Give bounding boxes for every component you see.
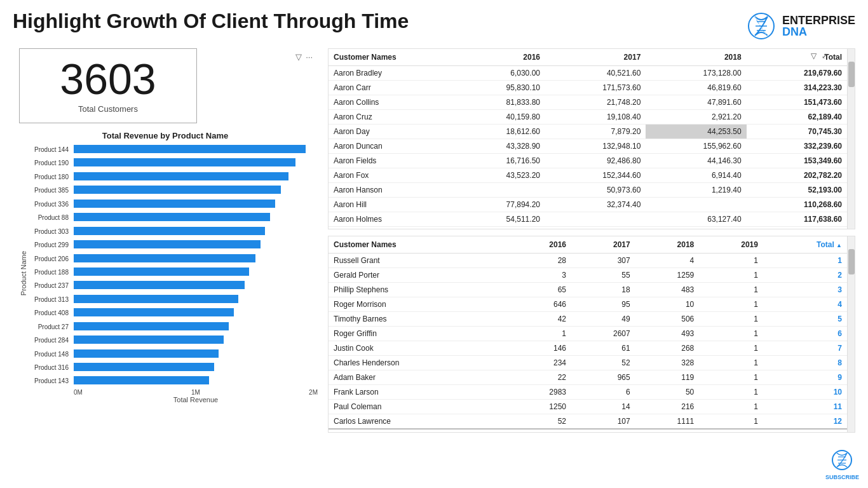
- table2-row[interactable]: Gerald Porter355125912: [329, 268, 847, 283]
- table2-cell-name: Russell Grant: [329, 254, 507, 268]
- table2-row[interactable]: Russell Grant28307411: [329, 254, 847, 268]
- bar-row-12[interactable]: [74, 307, 318, 318]
- bar-row-16[interactable]: [74, 362, 318, 373]
- table1-cell-total: 110,268.60: [747, 198, 847, 212]
- bar-fill-16: [74, 363, 214, 371]
- bar-row-9[interactable]: [74, 266, 318, 277]
- table2-cell-c2019: 1: [699, 341, 763, 356]
- table1-cell-c2016: [445, 183, 545, 198]
- table2-row[interactable]: Timothy Barnes424950615: [329, 312, 847, 327]
- table1-cell-c2017: 88,326.10: [545, 227, 646, 229]
- table2-cell-total: 12: [763, 414, 847, 430]
- table2-total-cell: 1: [699, 429, 763, 432]
- table1-row[interactable]: Aaron Collins81,833.8021,748.2047,891.60…: [329, 95, 847, 110]
- bar-fill-12: [74, 308, 234, 316]
- table1-cell-c2018: 6,914.40: [646, 168, 746, 183]
- table1-expand-icon[interactable]: ⤢: [822, 51, 828, 60]
- table1-filter-icon[interactable]: ▽: [811, 51, 817, 60]
- table2-cell-c2019: 1: [699, 400, 763, 414]
- bar-row-3[interactable]: [74, 184, 318, 196]
- bar-row-6[interactable]: [74, 225, 318, 236]
- bar-row-1[interactable]: [74, 157, 318, 168]
- bar-row-0[interactable]: [74, 144, 318, 155]
- table2-cell-c2017: 107: [571, 414, 635, 430]
- table1-cell-c2017: 92,486.80: [545, 154, 646, 168]
- logo-enterprise: ENTERPRISE: [782, 15, 855, 26]
- bar-row-2[interactable]: [74, 170, 318, 182]
- table1-row[interactable]: Aaron Duncan43,328.90132,948.10155,962.6…: [329, 139, 847, 154]
- table2-cell-c2017: 49: [571, 312, 635, 327]
- table1-row[interactable]: Aaron Carr95,830.10171,573.6046,819.6031…: [329, 81, 847, 95]
- bar-row-10[interactable]: [74, 280, 318, 291]
- kpi-card: 3603 Total Customers: [19, 48, 197, 123]
- table2-cell-c2017: 52: [571, 356, 635, 370]
- table2-row[interactable]: Adam Baker2296511919: [329, 370, 847, 385]
- table1-row[interactable]: Aaron Fox43,523.20152,344.606,914.40202,…: [329, 168, 847, 183]
- table1-cell-name: Aaron Duncan: [329, 139, 445, 154]
- filter-icon[interactable]: ▽: [295, 52, 302, 62]
- bar-row-13[interactable]: [74, 320, 318, 332]
- table2-cell-name: Phillip Stephens: [329, 283, 507, 297]
- table1-row[interactable]: Aaron Hill77,894.2032,374.40110,268.60: [329, 198, 847, 212]
- logo-dna-label: DNA: [782, 26, 855, 37]
- bar-row-15[interactable]: [74, 348, 318, 359]
- bar-label-17: Product 143: [23, 375, 71, 388]
- bar-fill-13: [74, 322, 229, 330]
- table1-cell-name: Aaron Cruz: [329, 110, 445, 125]
- bar-label-6: Product 303: [23, 225, 71, 238]
- logo-text: ENTERPRISE DNA: [782, 15, 855, 37]
- table1-cell-c2018: 1,219.40: [646, 183, 746, 198]
- table1-row[interactable]: Aaron Cruz40,159.8019,108.402,921.2062,1…: [329, 110, 847, 125]
- table2-row[interactable]: Roger Morrison646951014: [329, 297, 847, 312]
- bar-row-5[interactable]: [74, 212, 318, 223]
- table2-cell-total: 8: [763, 356, 847, 370]
- table2-cell-name: Frank Larson: [329, 385, 507, 400]
- bar-row-17[interactable]: [74, 375, 318, 386]
- table2-scroll-wrap[interactable]: Customer Names 2016 2017 2018 2019 Total…: [329, 236, 855, 432]
- table2-row[interactable]: Phillip Stephens651848313: [329, 283, 847, 297]
- table1-cell-c2017: [545, 212, 646, 227]
- table2-cell-c2016: 65: [507, 283, 571, 297]
- chart-title: Total Revenue by Product Name: [13, 131, 318, 140]
- x-tick-0m: 0M: [74, 389, 83, 396]
- table2-row[interactable]: Roger Griffin1260749316: [329, 327, 847, 341]
- table1-ellipsis-icon[interactable]: ···: [833, 51, 839, 60]
- table2-row[interactable]: Frank Larson2983650110: [329, 385, 847, 400]
- table1-row[interactable]: Aaron Bradley6,030.0040,521.60173,128.00…: [329, 66, 847, 81]
- table1-row[interactable]: Aaron Howard10,907.6088,326.109,346.5010…: [329, 227, 847, 229]
- table2-cell-c2018: 1111: [635, 414, 700, 430]
- table2-cell-c2018: 10: [635, 297, 700, 312]
- table2-cell-c2019: 1: [699, 370, 763, 385]
- table2-cell-c2016: 52: [507, 414, 571, 430]
- table1-row[interactable]: Aaron Holmes54,511.2063,127.40117,638.60: [329, 212, 847, 227]
- bar-fill-5: [74, 213, 270, 221]
- bar-label-7: Product 299: [23, 239, 71, 252]
- table2-cell-total: 11: [763, 400, 847, 414]
- bar-row-4[interactable]: [74, 198, 318, 209]
- table2-cell-name: Adam Baker: [329, 370, 507, 385]
- bar-label-1: Product 190: [23, 157, 71, 170]
- table1-cell-total: 314,223.30: [747, 81, 847, 95]
- table2-cell-name: Timothy Barnes: [329, 312, 507, 327]
- bar-row-8[interactable]: [74, 252, 318, 264]
- table1-row[interactable]: Aaron Fields16,716.5092,486.8044,146.301…: [329, 154, 847, 168]
- table2-cell-c2016: 2983: [507, 385, 571, 400]
- bar-fill-6: [74, 227, 265, 235]
- table1-row[interactable]: Aaron Day18,612.607,879.2044,253.5070,74…: [329, 125, 847, 139]
- bar-row-14[interactable]: [74, 334, 318, 346]
- table1-row[interactable]: Aaron Hanson50,973.601,219.4052,193.00: [329, 183, 847, 198]
- bar-fill-11: [74, 295, 238, 303]
- table2-cell-c2016: 1: [507, 327, 571, 341]
- ellipsis-icon[interactable]: ···: [306, 52, 313, 62]
- bar-fill-14: [74, 336, 224, 344]
- bar-row-11[interactable]: [74, 293, 318, 304]
- table2-row[interactable]: Justin Cook1466126817: [329, 341, 847, 356]
- table2-scrollbar[interactable]: [847, 236, 855, 432]
- table2-container: Customer Names 2016 2017 2018 2019 Total…: [328, 236, 855, 433]
- bar-row-7[interactable]: [74, 239, 318, 250]
- table1-scroll-wrap[interactable]: Customer Names 2016 2017 2018 Total Aaro…: [329, 49, 855, 229]
- table2-row[interactable]: Paul Coleman125014216111: [329, 400, 847, 414]
- table2-row[interactable]: Carlos Lawrence521071111112: [329, 414, 847, 430]
- table1-scrollbar[interactable]: [847, 49, 855, 229]
- table2-row[interactable]: Charles Henderson2345232818: [329, 356, 847, 370]
